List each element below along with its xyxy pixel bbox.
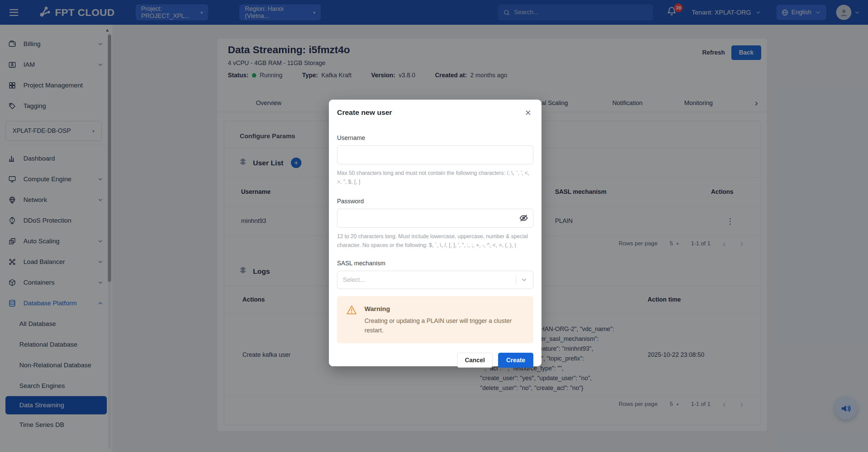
screen: FPT CLOUD Project: PROJECT_XPL... ▾ Regi… (0, 0, 868, 452)
warning-triangle-icon (346, 304, 357, 335)
password-label: Password (337, 198, 533, 205)
warning-title: Warning (364, 305, 525, 313)
warning-alert: Warning Creating or updating a PLAIN use… (337, 296, 533, 343)
cancel-button[interactable]: Cancel (457, 353, 493, 368)
create-button[interactable]: Create (498, 353, 533, 368)
create-user-modal: Create new user ✕ Username Max 50 charac… (329, 100, 541, 366)
modal-title: Create new user (337, 108, 392, 117)
eye-off-icon (519, 213, 528, 223)
sasl-placeholder: Select... (343, 276, 516, 284)
username-section: Username Max 50 characters long and must… (337, 135, 533, 186)
chevron-down-icon (521, 276, 528, 283)
divider (516, 275, 516, 284)
username-field[interactable] (337, 145, 533, 164)
toggle-password-visibility[interactable] (518, 213, 529, 224)
warning-text: Creating or updating a PLAIN user will t… (364, 316, 525, 335)
password-field[interactable] (337, 209, 533, 228)
sasl-label: SASL mechanism (337, 260, 533, 267)
sasl-section: SASL mechanism Select... (337, 260, 533, 289)
password-section: Password 12 to 20 characters long. Must … (337, 198, 533, 250)
username-help: Max 50 characters long and must not cont… (337, 169, 533, 186)
username-label: Username (337, 135, 533, 142)
sasl-select[interactable]: Select... (337, 271, 533, 289)
close-icon[interactable]: ✕ (523, 108, 533, 118)
password-help: 12 to 20 characters long. Must include l… (337, 232, 533, 250)
